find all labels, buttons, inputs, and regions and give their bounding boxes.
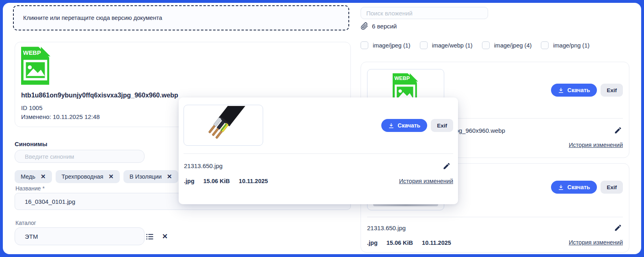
- download-icon: [558, 87, 564, 93]
- mime-filters: image/jpeg (1) image/webp (1) image/jpeg…: [361, 41, 590, 49]
- mime-filter-label: image/png (1): [553, 42, 589, 49]
- synonym-input[interactable]: [15, 150, 145, 163]
- synonym-tag-label: Медь: [21, 173, 35, 180]
- document-upload-dropzone[interactable]: Кликните или перетащите сюда версию доку…: [13, 5, 349, 30]
- mime-filter: image/webp (1): [420, 41, 473, 49]
- attachment-popup-card: Скачать Exif 21313.650.jpg .jpg 15.06 Ki…: [179, 97, 458, 204]
- remove-tag-icon[interactable]: ✕: [167, 173, 172, 180]
- mime-filter: image/jpeg (1): [361, 41, 411, 49]
- attachment-actions: Скачать Exif: [551, 181, 623, 194]
- download-button[interactable]: Скачать: [381, 119, 427, 132]
- mime-filter-checkbox[interactable]: [482, 41, 490, 49]
- mime-filter-label: image/webp (1): [432, 42, 473, 49]
- edit-pencil-icon[interactable]: [614, 126, 622, 134]
- mime-filter-label: image/jpeg (4): [494, 42, 532, 49]
- catalog-clear-icon[interactable]: ✕: [160, 232, 169, 241]
- synonym-tag-label: Трехпроводная: [62, 173, 104, 180]
- remove-tag-icon[interactable]: ✕: [41, 173, 46, 180]
- document-id: ID 1005: [21, 104, 43, 111]
- mime-filter-checkbox[interactable]: [541, 41, 549, 49]
- download-button[interactable]: Скачать: [551, 84, 597, 97]
- catalog-list-icon[interactable]: [145, 232, 154, 241]
- attachment-ext: .jpg: [184, 178, 194, 184]
- synonym-tag: Медь ✕: [15, 170, 52, 183]
- exif-button[interactable]: Exif: [601, 181, 623, 194]
- mime-filter: image/png (1): [541, 41, 589, 49]
- history-link[interactable]: История изменений: [569, 239, 623, 246]
- attachment-actions: Скачать Exif: [551, 84, 623, 97]
- download-button[interactable]: Скачать: [551, 181, 597, 194]
- download-button-label: Скачать: [567, 87, 590, 93]
- mime-filter-checkbox[interactable]: [420, 41, 428, 49]
- attachment-size: 15.06 KiB: [203, 178, 230, 184]
- attachment-filename: 21313.650.jpg: [367, 225, 406, 231]
- attachment-filename: 21313.650.jpg: [184, 162, 223, 169]
- synonym-tag: В Изоляции ✕: [123, 170, 178, 183]
- attachment-ext: .jpg: [367, 240, 378, 246]
- cable-photo-thumbnail: [197, 106, 250, 145]
- attachment-thumbnail[interactable]: [184, 105, 263, 146]
- synonym-input-wrap: [15, 150, 145, 163]
- history-link[interactable]: История изменений: [569, 142, 623, 148]
- attachment-date: 10.11.2025: [239, 178, 268, 184]
- edit-pencil-icon[interactable]: [614, 224, 622, 232]
- mime-filter-label: image/jpeg (1): [373, 42, 411, 49]
- dropzone-label: Кликните или перетащите сюда версию доку…: [23, 15, 162, 21]
- card-divider: [184, 153, 453, 154]
- paperclip-icon: [361, 22, 368, 30]
- download-button-label: Скачать: [567, 184, 590, 190]
- attachment-size: 15.06 KiB: [387, 240, 413, 246]
- attachment-search-input[interactable]: [361, 7, 488, 19]
- synonyms-title: Синонимы: [15, 140, 47, 147]
- versions-count-label: 6 версий: [372, 23, 397, 30]
- attachments-manager-screen: Кликните или перетащите сюда версию доку…: [0, 0, 644, 257]
- attachment-meta: .jpg 15.06 KiB 10.11.2025: [367, 240, 451, 246]
- name-field-label: Название *: [15, 185, 45, 192]
- exif-button[interactable]: Exif: [601, 84, 623, 97]
- mime-filter-checkbox[interactable]: [361, 41, 368, 49]
- remove-tag-icon[interactable]: ✕: [108, 173, 114, 180]
- catalog-field-wrap: [15, 227, 145, 245]
- card-divider: [367, 217, 623, 217]
- versions-count-row: 6 версий: [361, 22, 397, 30]
- synonym-tag: Трехпроводная ✕: [56, 170, 120, 183]
- download-icon: [388, 123, 394, 129]
- attachment-date: 10.11.2025: [422, 240, 451, 246]
- history-link[interactable]: История изменений: [399, 178, 453, 184]
- exif-button[interactable]: Exif: [431, 119, 453, 132]
- synonym-tags: Медь ✕ Трехпроводная ✕ В Изоляции ✕: [15, 170, 178, 183]
- download-button-label: Скачать: [398, 122, 420, 129]
- attachment-search-wrap: [361, 7, 488, 19]
- download-icon: [558, 184, 564, 190]
- document-modified-date: Изменено: 10.11.2025 12:48: [21, 113, 100, 120]
- catalog-field[interactable]: [15, 227, 145, 245]
- attachment-actions: Скачать Exif: [381, 119, 453, 132]
- catalog-field-label: Каталог: [15, 220, 36, 226]
- mime-filter: image/jpeg (4): [482, 41, 532, 49]
- attachment-meta: .jpg 15.06 KiB 10.11.2025: [184, 178, 268, 184]
- webp-file-icon: [21, 47, 51, 85]
- edit-pencil-icon[interactable]: [443, 162, 451, 170]
- synonym-tag-label: В Изоляции: [130, 173, 162, 180]
- document-filename: htb1u861on9ybunjy0ffq6xisvxa3jpg_960x960…: [21, 92, 178, 99]
